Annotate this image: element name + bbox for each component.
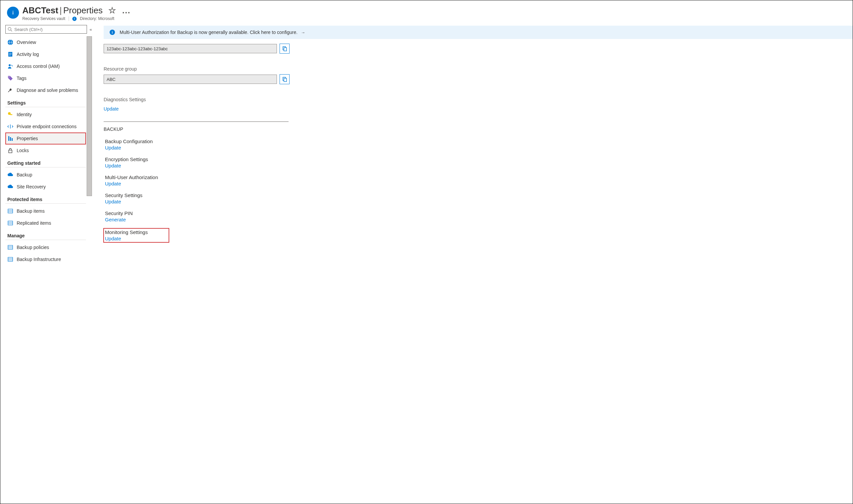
block-action-link[interactable]: Update	[105, 236, 147, 241]
sidebar-item-label: Overview	[17, 40, 36, 45]
sidebar-item-label: Identity	[17, 112, 32, 117]
svg-rect-19	[8, 150, 12, 153]
block-action-link[interactable]: Update	[105, 199, 853, 204]
sidebar: « OverviewActivity logAccess control (IA…	[0, 24, 94, 504]
directory-label: Directory: Microsoft	[80, 16, 114, 21]
sidebar-item-label: Backup policies	[17, 245, 49, 250]
sidebar-item-locks[interactable]: Locks	[5, 144, 86, 157]
block-action-link[interactable]: Update	[105, 163, 853, 168]
backup-block-monitoring-settings: Monitoring SettingsUpdate	[104, 228, 169, 242]
sidebar-item-backup-infrastructure[interactable]: Backup Infrastructure	[5, 253, 86, 265]
svg-rect-23	[8, 221, 13, 225]
person-icon	[7, 63, 13, 69]
backup-block-security-pin: Security PINGenerate	[104, 210, 853, 222]
svg-rect-29	[8, 257, 13, 261]
search-icon	[8, 27, 12, 32]
info-icon: i	[110, 30, 115, 35]
more-actions-icon[interactable]: …	[122, 5, 130, 15]
log-icon	[7, 51, 13, 57]
grid-icon	[7, 256, 13, 262]
svg-rect-18	[12, 138, 13, 141]
block-action-link[interactable]: Generate	[105, 217, 853, 222]
sidebar-item-properties[interactable]: Properties	[5, 132, 86, 144]
svg-rect-16	[8, 136, 9, 141]
sidebar-item-label: Locks	[17, 148, 29, 153]
sidebar-item-activity-log[interactable]: Activity log	[5, 48, 86, 60]
page-header: ABCTest|Properties ☆ … Recovery Services…	[0, 0, 853, 24]
sidebar-group-manage: Manage	[5, 229, 86, 240]
sidebar-item-replicated-items[interactable]: Replicated items	[5, 217, 86, 229]
sidebar-item-tags[interactable]: Tags	[5, 72, 86, 84]
resource-type-icon	[7, 7, 19, 19]
favorite-star-icon[interactable]: ☆	[108, 5, 116, 15]
diagnostics-update-link[interactable]: Update	[104, 106, 853, 111]
collapse-sidebar-icon[interactable]: «	[90, 27, 92, 32]
tag-icon	[7, 75, 13, 81]
grid-icon	[7, 220, 13, 226]
sidebar-item-access-control-iam-[interactable]: Access control (IAM)	[5, 60, 86, 72]
block-action-link[interactable]: Update	[105, 181, 853, 186]
cloud-icon	[7, 184, 13, 190]
svg-rect-1	[13, 12, 13, 14]
block-title: Encryption Settings	[105, 157, 853, 162]
grid-icon	[7, 244, 13, 250]
endpoint-icon	[7, 124, 13, 129]
key-icon	[7, 111, 13, 118]
search-box[interactable]	[5, 25, 87, 34]
resource-group-label: Resource group	[104, 66, 853, 72]
backup-block-security-settings: Security SettingsUpdate	[104, 193, 853, 204]
banner-text: Multi-User Authorization for Backup is n…	[120, 30, 298, 35]
sidebar-item-label: Access control (IAM)	[17, 64, 60, 69]
block-title: Monitoring Settings	[105, 229, 147, 235]
wrench-icon	[7, 87, 13, 93]
subscription-id-field: 123abc-123abc-123abc-123abc	[104, 44, 277, 53]
block-title: Multi-User Authorization	[105, 175, 853, 180]
svg-rect-33	[284, 48, 286, 51]
sidebar-item-label: Backup items	[17, 209, 45, 214]
sidebar-item-backup[interactable]: Backup	[5, 169, 86, 181]
svg-rect-20	[8, 209, 13, 213]
sidebar-item-private-endpoint-connections[interactable]: Private endpoint connections	[5, 121, 86, 132]
scrollbar-thumb[interactable]	[87, 36, 92, 196]
copy-button[interactable]	[280, 43, 290, 54]
sidebar-item-overview[interactable]: Overview	[5, 36, 86, 48]
info-banner[interactable]: i Multi-User Authorization for Backup is…	[104, 25, 853, 39]
svg-rect-14	[10, 114, 12, 115]
resource-type-label: Recovery Services vault	[22, 16, 65, 21]
lock-icon	[7, 147, 13, 154]
page-title: ABCTest|Properties ☆ …	[22, 5, 130, 16]
svg-rect-35	[284, 78, 286, 82]
sidebar-item-diagnose-and-solve-problems[interactable]: Diagnose and solve problems	[5, 84, 86, 96]
sidebar-item-identity[interactable]: Identity	[5, 109, 86, 121]
svg-rect-26	[8, 245, 13, 249]
sidebar-group-settings: Settings	[5, 96, 86, 107]
sidebar-item-label: Private endpoint connections	[17, 124, 77, 129]
cloud-icon	[7, 172, 13, 178]
block-title: Security Settings	[105, 193, 853, 198]
block-title: Backup Configuration	[105, 139, 853, 144]
svg-point-3	[8, 27, 11, 30]
backup-block-multi-user-authorization: Multi-User AuthorizationUpdate	[104, 175, 853, 186]
main-content: i Multi-User Authorization for Backup is…	[94, 24, 853, 504]
sidebar-item-backup-policies[interactable]: Backup policies	[5, 241, 86, 253]
copy-icon	[282, 76, 287, 82]
block-action-link[interactable]: Update	[105, 145, 853, 150]
copy-icon	[282, 46, 287, 51]
svg-rect-17	[10, 137, 11, 141]
globe-icon	[7, 39, 13, 45]
svg-point-11	[8, 64, 11, 66]
section-divider	[104, 122, 289, 122]
backup-block-backup-configuration: Backup ConfigurationUpdate	[104, 139, 853, 150]
sidebar-item-label: Replicated items	[17, 220, 51, 226]
backup-heading: BACKUP	[104, 126, 853, 132]
search-input[interactable]	[14, 27, 85, 32]
sidebar-group-getting-started: Getting started	[5, 157, 86, 167]
section-name: Properties	[63, 5, 103, 15]
sidebar-item-site-recovery[interactable]: Site Recovery	[5, 181, 86, 193]
sidebar-item-label: Tags	[17, 76, 27, 81]
sidebar-group-protected-items: Protected items	[5, 193, 86, 204]
diagnostics-label: Diagnostics Settings	[104, 97, 853, 102]
sidebar-item-label: Diagnose and solve problems	[17, 88, 78, 93]
copy-button[interactable]	[280, 74, 290, 84]
sidebar-item-backup-items[interactable]: Backup items	[5, 205, 86, 217]
